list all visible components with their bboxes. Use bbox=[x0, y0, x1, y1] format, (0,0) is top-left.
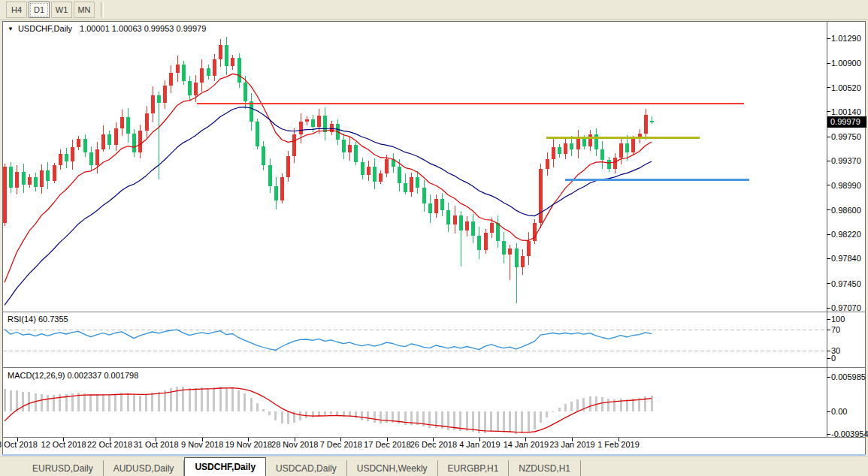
candle-body bbox=[552, 147, 555, 158]
price-axis-label: 0.97070 bbox=[831, 303, 861, 312]
macd-histogram-bar bbox=[133, 395, 135, 411]
date-axis-label: 23 Jan 2019 bbox=[549, 440, 595, 449]
macd-histogram-bar bbox=[324, 411, 326, 415]
macd-axis-label: -0.003954 bbox=[831, 429, 868, 438]
candle-body bbox=[299, 122, 303, 134]
date-axis-label: 26 Dec 2018 bbox=[410, 440, 457, 449]
candle-body bbox=[107, 134, 111, 145]
candle-body bbox=[515, 249, 519, 268]
macd-histogram-bar bbox=[176, 387, 178, 412]
macd-histogram-bar bbox=[195, 388, 197, 411]
macd-histogram-bar bbox=[262, 409, 265, 411]
current-price-tag: 0.99979 bbox=[827, 116, 866, 128]
tab-nzdusd-h1[interactable]: NZDUSD,H1 bbox=[509, 460, 581, 476]
date-axis-label: 28 Nov 2018 bbox=[271, 440, 318, 449]
candle-body bbox=[521, 256, 525, 267]
tab-usdcad-daily[interactable]: USDCAD,Daily bbox=[266, 460, 347, 476]
rsi-indicator-label: RSI(14) 60.7355 bbox=[8, 315, 68, 324]
macd-histogram-bar bbox=[256, 403, 259, 411]
candle-body bbox=[398, 167, 401, 183]
macd-signal-line bbox=[5, 388, 652, 432]
candle-body bbox=[354, 145, 358, 162]
candle-body bbox=[600, 149, 604, 160]
macd-histogram-bar bbox=[213, 387, 215, 411]
candle-body bbox=[225, 45, 228, 66]
candle-body bbox=[477, 236, 481, 250]
date-axis-label: 4 Jan 2019 bbox=[459, 440, 500, 449]
macd-histogram-bar bbox=[4, 389, 6, 411]
macd-histogram-bar bbox=[16, 390, 18, 411]
candle-body bbox=[546, 159, 549, 169]
macd-histogram-bar bbox=[607, 399, 609, 411]
rsi-axis-label: 0 bbox=[831, 354, 836, 363]
candle-body bbox=[361, 162, 364, 175]
chart-dropdown-icon[interactable]: ▼ bbox=[8, 26, 14, 32]
macd-histogram-bar bbox=[151, 393, 153, 412]
macd-histogram-bar bbox=[330, 411, 332, 414]
date-axis-label: 31 Oct 2018 bbox=[134, 440, 179, 449]
macd-histogram-bar bbox=[515, 411, 517, 433]
candle-body bbox=[34, 177, 38, 188]
tab-usdcnh-weekly[interactable]: USDCNH,Weekly bbox=[347, 460, 438, 476]
rsi-axis-label: 70 bbox=[831, 325, 840, 334]
candle-body bbox=[268, 165, 272, 185]
candle-body bbox=[385, 159, 389, 173]
candle-body bbox=[404, 183, 407, 192]
price-axis-label: 0.97840 bbox=[831, 254, 861, 263]
macd-histogram-bar bbox=[250, 398, 253, 411]
candle-body bbox=[182, 65, 186, 81]
price-axis-label: 0.99370 bbox=[831, 156, 861, 165]
candle-body bbox=[625, 143, 629, 153]
macd-histogram-bar bbox=[287, 411, 289, 423]
candle-body bbox=[373, 167, 377, 182]
macd-histogram-bar bbox=[145, 394, 147, 411]
candle-body bbox=[243, 83, 247, 102]
candle-body bbox=[163, 86, 167, 103]
candlestick-chart[interactable] bbox=[0, 0, 868, 476]
macd-histogram-bar bbox=[312, 411, 314, 417]
date-axis-label: 12 Oct 2018 bbox=[41, 440, 86, 449]
macd-histogram-bar bbox=[355, 411, 357, 418]
symbol-tab-bar: EURUSD,DailyAUDUSD,DailyUSDCHF,DailyUSDC… bbox=[0, 456, 868, 476]
macd-histogram-bar bbox=[225, 387, 228, 411]
tab-eurusd-daily[interactable]: EURUSD,Daily bbox=[23, 460, 104, 476]
macd-histogram-bar bbox=[576, 399, 579, 411]
candle-body bbox=[588, 134, 592, 146]
candle-body bbox=[440, 199, 444, 210]
candle-body bbox=[138, 131, 142, 153]
price-axis-label: 1.00520 bbox=[831, 83, 861, 92]
tab-usdchf-daily[interactable]: USDCHF,Daily bbox=[184, 457, 266, 476]
candle-body bbox=[558, 147, 561, 154]
tab-audusd-daily[interactable]: AUDUSD,Daily bbox=[104, 460, 185, 476]
candle-body bbox=[422, 188, 426, 203]
candle-body bbox=[188, 81, 192, 95]
candle-body bbox=[317, 116, 321, 127]
macd-histogram-bar bbox=[158, 392, 160, 412]
macd-histogram-bar bbox=[139, 396, 141, 412]
macd-axis-label: 0.005985 bbox=[831, 372, 866, 381]
tab-eurgbp-h1[interactable]: EURGBP,H1 bbox=[438, 460, 510, 476]
candle-body bbox=[650, 121, 654, 122]
macd-histogram-bar bbox=[601, 397, 603, 411]
trading-platform: H4D1W1MN ▼USDCHF,Daily1.00001 1.00063 0.… bbox=[0, 0, 868, 476]
candle-body bbox=[15, 172, 19, 188]
macd-histogram-bar bbox=[47, 395, 49, 411]
candle-body bbox=[231, 58, 234, 66]
macd-histogram-bar bbox=[127, 393, 129, 412]
candle-body bbox=[132, 134, 136, 153]
price-axis-label: 0.97450 bbox=[831, 279, 861, 288]
candle-body bbox=[280, 177, 284, 200]
candle-body bbox=[631, 139, 635, 153]
macd-histogram-bar bbox=[318, 411, 320, 415]
chart-symbol-period: USDCHF,Daily bbox=[18, 24, 72, 33]
candle-body bbox=[527, 241, 531, 256]
candle-body bbox=[89, 152, 93, 165]
macd-histogram-bar bbox=[231, 387, 234, 411]
candle-body bbox=[465, 221, 469, 230]
candle-body bbox=[490, 223, 494, 233]
macd-histogram-bar bbox=[546, 411, 548, 417]
date-axis-label: 1 Feb 2019 bbox=[597, 440, 640, 449]
candle-body bbox=[607, 160, 611, 168]
candle-body bbox=[576, 139, 580, 149]
price-axis-label: 0.98220 bbox=[831, 230, 861, 239]
